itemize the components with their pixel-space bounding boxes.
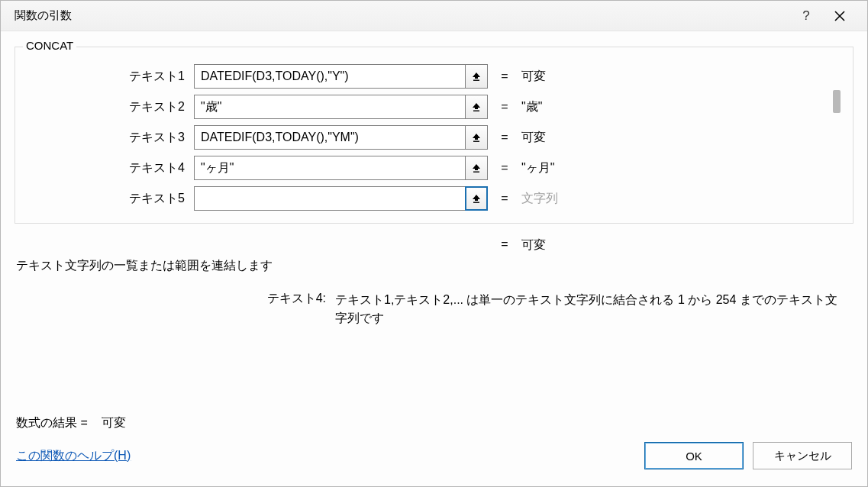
args-rows: テキスト1=可変テキスト2="歳"テキスト3=可変テキスト4="ヶ月"テキスト5…	[26, 61, 558, 214]
overall-result-value: 可変	[521, 237, 546, 253]
svg-rect-4	[473, 141, 479, 142]
arg-input-wrap	[194, 156, 465, 180]
collapse-dialog-icon	[471, 193, 482, 204]
titlebar: 関数の引数 ?	[1, 1, 867, 31]
svg-rect-3	[473, 111, 479, 111]
argument-description-row: テキスト4: テキスト1,テキスト2,... は単一のテキスト文字列に結合される…	[15, 291, 853, 327]
svg-rect-5	[473, 172, 479, 173]
ok-button[interactable]: OK	[644, 442, 744, 469]
formula-result-row: 数式の結果 = 可変	[16, 415, 852, 431]
close-icon	[834, 11, 845, 21]
arg-row: テキスト3=可変	[26, 122, 558, 153]
equals-sign: =	[488, 131, 521, 144]
formula-result-label: 数式の結果 =	[16, 416, 88, 429]
range-selector-button[interactable]	[465, 156, 488, 180]
arg-input-wrap	[194, 64, 465, 89]
arg-input-wrap	[194, 186, 465, 211]
arg-label: テキスト5	[26, 191, 194, 207]
arg-row: テキスト1=可変	[26, 61, 558, 92]
svg-rect-6	[473, 202, 479, 203]
cancel-button[interactable]: キャンセル	[753, 442, 852, 469]
dialog-footer: この関数のヘルプ(H) OK キャンセル	[15, 439, 853, 479]
argument-description-text: テキスト1,テキスト2,... は単一のテキスト文字列に結合される 1 から 2…	[335, 291, 853, 327]
arg-input[interactable]	[195, 95, 465, 118]
help-icon: ?	[802, 8, 809, 24]
range-selector-button[interactable]	[465, 64, 488, 89]
concat-groupbox: CONCAT テキスト1=可変テキスト2="歳"テキスト3=可変テキスト4="ヶ…	[15, 47, 853, 224]
function-arguments-dialog: 関数の引数 ? CONCAT テキスト1=可変テキスト2="歳"テキスト3=可変…	[0, 0, 868, 487]
arg-label: テキスト4	[26, 160, 194, 176]
arg-input[interactable]	[195, 126, 465, 149]
dialog-body: CONCAT テキスト1=可変テキスト2="歳"テキスト3=可変テキスト4="ヶ…	[1, 31, 867, 486]
overall-result-row: = 可変	[15, 237, 853, 253]
equals-sign: =	[488, 192, 521, 205]
function-help-link[interactable]: この関数のヘルプ(H)	[16, 448, 131, 464]
arg-input-wrap	[194, 125, 465, 150]
args-scrollbar-track	[558, 61, 842, 214]
equals-sign: =	[488, 100, 521, 114]
arg-row: テキスト2="歳"	[26, 92, 558, 122]
arg-label: テキスト2	[26, 99, 194, 115]
arg-row: テキスト5=文字列	[26, 183, 558, 214]
collapse-dialog-icon	[471, 132, 482, 143]
arg-evaluated-value: "歳"	[521, 99, 542, 115]
svg-rect-2	[473, 80, 479, 81]
args-scrollbar-thumb[interactable]	[833, 90, 841, 113]
ok-button-label: OK	[686, 450, 702, 463]
dialog-title: 関数の引数	[15, 8, 789, 23]
range-selector-button[interactable]	[465, 95, 488, 119]
arg-input[interactable]	[195, 65, 465, 88]
arg-label: テキスト1	[26, 69, 194, 85]
range-selector-button[interactable]	[465, 125, 488, 150]
range-selector-button[interactable]	[465, 186, 488, 211]
arg-evaluated-value: 可変	[521, 130, 546, 146]
arg-input[interactable]	[195, 187, 465, 210]
equals-sign: =	[488, 237, 521, 253]
close-button[interactable]	[823, 5, 857, 27]
args-area: テキスト1=可変テキスト2="歳"テキスト3=可変テキスト4="ヶ月"テキスト5…	[26, 61, 842, 214]
collapse-dialog-icon	[471, 163, 482, 173]
arg-input[interactable]	[195, 156, 465, 179]
arg-evaluated-value: "ヶ月"	[521, 160, 554, 176]
arg-evaluated-value: 可変	[521, 69, 546, 85]
collapse-dialog-icon	[471, 102, 482, 112]
collapse-dialog-icon	[471, 71, 482, 82]
help-button[interactable]: ?	[789, 5, 823, 27]
equals-sign: =	[488, 69, 521, 83]
formula-result-value: 可変	[102, 416, 126, 429]
arg-evaluated-value: 文字列	[521, 191, 558, 207]
cancel-button-label: キャンセル	[774, 449, 831, 463]
argument-description-label: テキスト4:	[251, 291, 335, 327]
arg-label: テキスト3	[26, 130, 194, 146]
arg-row: テキスト4="ヶ月"	[26, 153, 558, 183]
arg-input-wrap	[194, 95, 465, 119]
groupbox-legend: CONCAT	[23, 39, 76, 52]
function-description: テキスト文字列の一覧または範囲を連結します	[16, 258, 852, 274]
equals-sign: =	[488, 161, 521, 175]
